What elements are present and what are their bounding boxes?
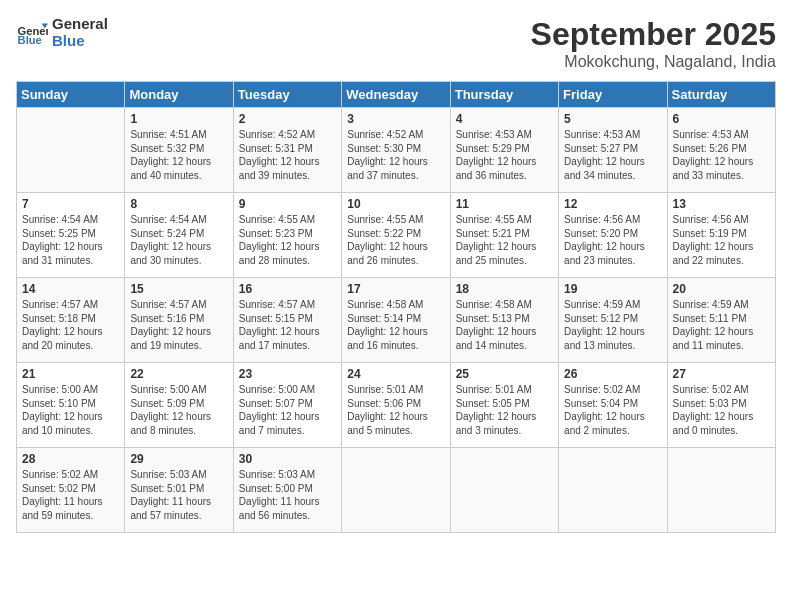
- calendar-week-row: 7Sunrise: 4:54 AM Sunset: 5:25 PM Daylig…: [17, 193, 776, 278]
- day-number: 26: [564, 367, 661, 381]
- day-number: 12: [564, 197, 661, 211]
- day-number: 19: [564, 282, 661, 296]
- cell-content: Sunrise: 5:02 AM Sunset: 5:04 PM Dayligh…: [564, 383, 661, 437]
- day-number: 30: [239, 452, 336, 466]
- day-number: 14: [22, 282, 119, 296]
- calendar-cell: 16Sunrise: 4:57 AM Sunset: 5:15 PM Dayli…: [233, 278, 341, 363]
- weekday-header-sunday: Sunday: [17, 82, 125, 108]
- calendar-cell: 6Sunrise: 4:53 AM Sunset: 5:26 PM Daylig…: [667, 108, 775, 193]
- day-number: 20: [673, 282, 770, 296]
- calendar-cell: 29Sunrise: 5:03 AM Sunset: 5:01 PM Dayli…: [125, 448, 233, 533]
- calendar-week-row: 28Sunrise: 5:02 AM Sunset: 5:02 PM Dayli…: [17, 448, 776, 533]
- cell-content: Sunrise: 5:02 AM Sunset: 5:02 PM Dayligh…: [22, 468, 119, 522]
- calendar-cell: 21Sunrise: 5:00 AM Sunset: 5:10 PM Dayli…: [17, 363, 125, 448]
- cell-content: Sunrise: 4:54 AM Sunset: 5:25 PM Dayligh…: [22, 213, 119, 267]
- logo-icon: General Blue: [16, 17, 48, 49]
- cell-content: Sunrise: 4:57 AM Sunset: 5:16 PM Dayligh…: [130, 298, 227, 352]
- calendar-cell: 17Sunrise: 4:58 AM Sunset: 5:14 PM Dayli…: [342, 278, 450, 363]
- day-number: 28: [22, 452, 119, 466]
- cell-content: Sunrise: 4:57 AM Sunset: 5:15 PM Dayligh…: [239, 298, 336, 352]
- calendar-cell: 3Sunrise: 4:52 AM Sunset: 5:30 PM Daylig…: [342, 108, 450, 193]
- calendar-cell: 11Sunrise: 4:55 AM Sunset: 5:21 PM Dayli…: [450, 193, 558, 278]
- day-number: 4: [456, 112, 553, 126]
- cell-content: Sunrise: 5:00 AM Sunset: 5:09 PM Dayligh…: [130, 383, 227, 437]
- calendar-cell: 2Sunrise: 4:52 AM Sunset: 5:31 PM Daylig…: [233, 108, 341, 193]
- day-number: 13: [673, 197, 770, 211]
- cell-content: Sunrise: 5:03 AM Sunset: 5:01 PM Dayligh…: [130, 468, 227, 522]
- calendar-cell: 13Sunrise: 4:56 AM Sunset: 5:19 PM Dayli…: [667, 193, 775, 278]
- weekday-header-tuesday: Tuesday: [233, 82, 341, 108]
- calendar-table: SundayMondayTuesdayWednesdayThursdayFrid…: [16, 81, 776, 533]
- calendar-cell: 19Sunrise: 4:59 AM Sunset: 5:12 PM Dayli…: [559, 278, 667, 363]
- calendar-cell: 20Sunrise: 4:59 AM Sunset: 5:11 PM Dayli…: [667, 278, 775, 363]
- calendar-cell: 12Sunrise: 4:56 AM Sunset: 5:20 PM Dayli…: [559, 193, 667, 278]
- calendar-cell: 25Sunrise: 5:01 AM Sunset: 5:05 PM Dayli…: [450, 363, 558, 448]
- logo-text-general: General: [52, 16, 108, 33]
- calendar-cell: [559, 448, 667, 533]
- cell-content: Sunrise: 4:59 AM Sunset: 5:12 PM Dayligh…: [564, 298, 661, 352]
- weekday-header-friday: Friday: [559, 82, 667, 108]
- calendar-cell: 10Sunrise: 4:55 AM Sunset: 5:22 PM Dayli…: [342, 193, 450, 278]
- weekday-header-wednesday: Wednesday: [342, 82, 450, 108]
- calendar-cell: 28Sunrise: 5:02 AM Sunset: 5:02 PM Dayli…: [17, 448, 125, 533]
- logo: General Blue General Blue: [16, 16, 108, 49]
- calendar-cell: 8Sunrise: 4:54 AM Sunset: 5:24 PM Daylig…: [125, 193, 233, 278]
- calendar-cell: 23Sunrise: 5:00 AM Sunset: 5:07 PM Dayli…: [233, 363, 341, 448]
- cell-content: Sunrise: 4:57 AM Sunset: 5:18 PM Dayligh…: [22, 298, 119, 352]
- month-title: September 2025: [531, 16, 776, 53]
- day-number: 25: [456, 367, 553, 381]
- cell-content: Sunrise: 4:54 AM Sunset: 5:24 PM Dayligh…: [130, 213, 227, 267]
- weekday-header-monday: Monday: [125, 82, 233, 108]
- calendar-cell: 22Sunrise: 5:00 AM Sunset: 5:09 PM Dayli…: [125, 363, 233, 448]
- calendar-cell: [342, 448, 450, 533]
- day-number: 27: [673, 367, 770, 381]
- day-number: 16: [239, 282, 336, 296]
- cell-content: Sunrise: 4:53 AM Sunset: 5:27 PM Dayligh…: [564, 128, 661, 182]
- cell-content: Sunrise: 4:55 AM Sunset: 5:21 PM Dayligh…: [456, 213, 553, 267]
- weekday-header-thursday: Thursday: [450, 82, 558, 108]
- calendar-cell: [667, 448, 775, 533]
- day-number: 15: [130, 282, 227, 296]
- calendar-cell: 9Sunrise: 4:55 AM Sunset: 5:23 PM Daylig…: [233, 193, 341, 278]
- day-number: 2: [239, 112, 336, 126]
- calendar-cell: 18Sunrise: 4:58 AM Sunset: 5:13 PM Dayli…: [450, 278, 558, 363]
- cell-content: Sunrise: 4:59 AM Sunset: 5:11 PM Dayligh…: [673, 298, 770, 352]
- calendar-cell: 30Sunrise: 5:03 AM Sunset: 5:00 PM Dayli…: [233, 448, 341, 533]
- calendar-cell: 4Sunrise: 4:53 AM Sunset: 5:29 PM Daylig…: [450, 108, 558, 193]
- day-number: 8: [130, 197, 227, 211]
- day-number: 24: [347, 367, 444, 381]
- calendar-cell: 26Sunrise: 5:02 AM Sunset: 5:04 PM Dayli…: [559, 363, 667, 448]
- cell-content: Sunrise: 4:56 AM Sunset: 5:20 PM Dayligh…: [564, 213, 661, 267]
- calendar-cell: 1Sunrise: 4:51 AM Sunset: 5:32 PM Daylig…: [125, 108, 233, 193]
- cell-content: Sunrise: 5:01 AM Sunset: 5:05 PM Dayligh…: [456, 383, 553, 437]
- page-header: General Blue General Blue September 2025…: [16, 16, 776, 71]
- calendar-cell: 15Sunrise: 4:57 AM Sunset: 5:16 PM Dayli…: [125, 278, 233, 363]
- day-number: 21: [22, 367, 119, 381]
- cell-content: Sunrise: 4:58 AM Sunset: 5:14 PM Dayligh…: [347, 298, 444, 352]
- day-number: 7: [22, 197, 119, 211]
- day-number: 23: [239, 367, 336, 381]
- calendar-week-row: 21Sunrise: 5:00 AM Sunset: 5:10 PM Dayli…: [17, 363, 776, 448]
- calendar-cell: 14Sunrise: 4:57 AM Sunset: 5:18 PM Dayli…: [17, 278, 125, 363]
- cell-content: Sunrise: 5:00 AM Sunset: 5:10 PM Dayligh…: [22, 383, 119, 437]
- calendar-week-row: 1Sunrise: 4:51 AM Sunset: 5:32 PM Daylig…: [17, 108, 776, 193]
- cell-content: Sunrise: 5:00 AM Sunset: 5:07 PM Dayligh…: [239, 383, 336, 437]
- calendar-cell: 7Sunrise: 4:54 AM Sunset: 5:25 PM Daylig…: [17, 193, 125, 278]
- cell-content: Sunrise: 4:51 AM Sunset: 5:32 PM Dayligh…: [130, 128, 227, 182]
- cell-content: Sunrise: 4:58 AM Sunset: 5:13 PM Dayligh…: [456, 298, 553, 352]
- calendar-cell: [17, 108, 125, 193]
- location-title: Mokokchung, Nagaland, India: [531, 53, 776, 71]
- day-number: 17: [347, 282, 444, 296]
- cell-content: Sunrise: 4:52 AM Sunset: 5:31 PM Dayligh…: [239, 128, 336, 182]
- day-number: 1: [130, 112, 227, 126]
- day-number: 6: [673, 112, 770, 126]
- cell-content: Sunrise: 5:03 AM Sunset: 5:00 PM Dayligh…: [239, 468, 336, 522]
- cell-content: Sunrise: 4:55 AM Sunset: 5:22 PM Dayligh…: [347, 213, 444, 267]
- day-number: 9: [239, 197, 336, 211]
- weekday-header-saturday: Saturday: [667, 82, 775, 108]
- cell-content: Sunrise: 4:55 AM Sunset: 5:23 PM Dayligh…: [239, 213, 336, 267]
- cell-content: Sunrise: 4:56 AM Sunset: 5:19 PM Dayligh…: [673, 213, 770, 267]
- calendar-cell: 27Sunrise: 5:02 AM Sunset: 5:03 PM Dayli…: [667, 363, 775, 448]
- svg-text:Blue: Blue: [18, 34, 42, 46]
- calendar-cell: 5Sunrise: 4:53 AM Sunset: 5:27 PM Daylig…: [559, 108, 667, 193]
